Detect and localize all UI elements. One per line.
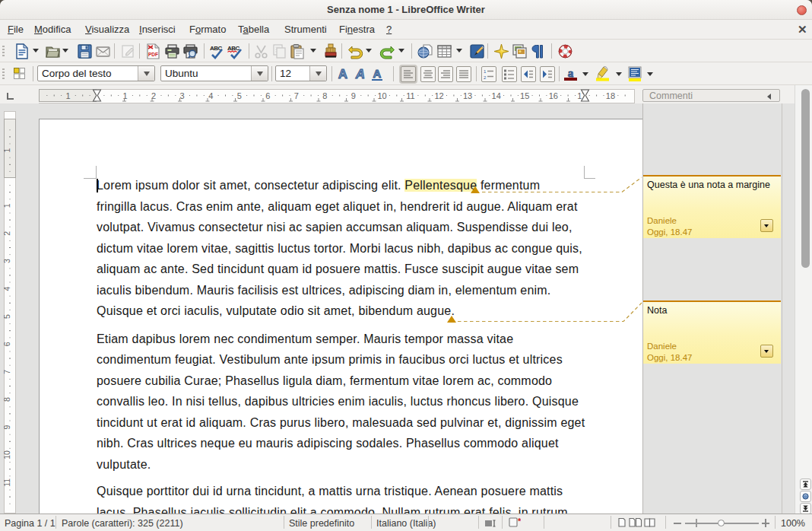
- svg-text:A: A: [355, 67, 365, 81]
- svg-text:*: *: [518, 517, 521, 526]
- svg-text:A: A: [373, 67, 382, 80]
- svg-text:PDF: PDF: [148, 52, 158, 57]
- svg-text:2: 2: [484, 75, 487, 80]
- svg-text:1: 1: [484, 69, 487, 74]
- svg-text:a: a: [568, 67, 574, 79]
- svg-text:A: A: [338, 67, 347, 81]
